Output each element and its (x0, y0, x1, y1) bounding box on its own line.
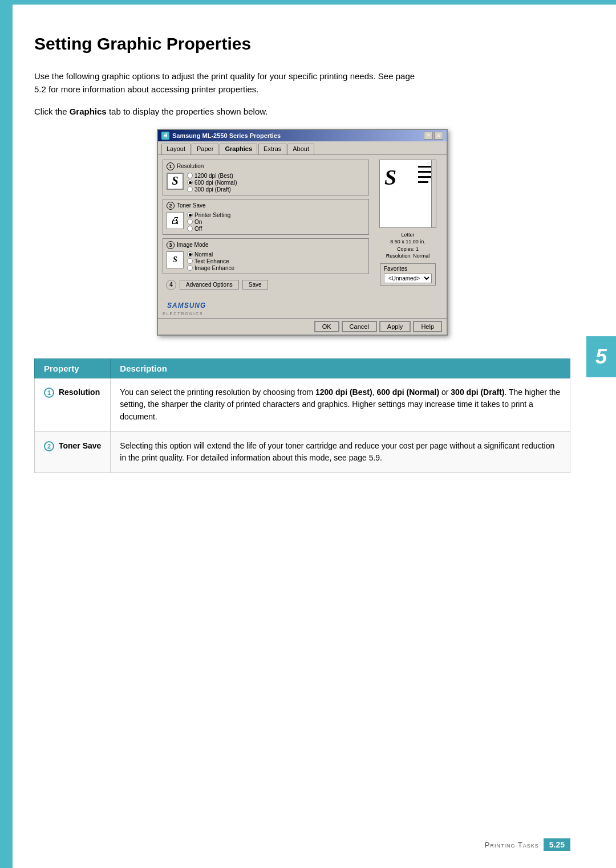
dialog-left-panel: 1 Resolution S 1200 dpi (Best) (163, 160, 369, 292)
intro-text: Use the following graphic options to adj… (34, 70, 422, 96)
page-footer: Printing Tasks 5.25 (485, 838, 570, 851)
page-container: 5 Setting Graphic Properties Use the fol… (0, 0, 616, 868)
favorites-title: Favorites (384, 266, 432, 272)
prop-num-2: 2 (44, 441, 54, 451)
preview-line-3 (418, 176, 432, 178)
preview-line-1 (418, 166, 432, 168)
property-table: Property Description 1 Resolution You ca… (34, 358, 570, 473)
chapter-tab: 5 (586, 336, 616, 377)
dialog-title: Samsung ML-2550 Series Properties (172, 132, 281, 139)
dialog-buttons: OK Cancel Apply Help (158, 318, 447, 335)
property-name-toner: 2 Toner Save (35, 431, 111, 472)
resolution-600-radio[interactable] (187, 180, 193, 185)
resolution-radio-group: 1200 dpi (Best) 600 dpi (Normal) 300 dpi… (187, 173, 237, 193)
resolution-1200[interactable]: 1200 dpi (Best) (187, 173, 237, 179)
tab-about[interactable]: About (287, 144, 314, 154)
table-row: 1 Resolution You can select the printing… (35, 378, 570, 431)
toner-radio-group: Printer Setting On Off (187, 212, 230, 232)
toner-on-radio[interactable] (187, 219, 193, 225)
preview-line-4 (418, 181, 428, 183)
toner-printer-setting[interactable]: Printer Setting (187, 212, 230, 218)
cancel-button[interactable]: Cancel (342, 321, 377, 332)
click-instruction: Click the Graphics tab to display the pr… (34, 107, 570, 116)
tab-layout[interactable]: Layout (161, 144, 191, 154)
resolution-300[interactable]: 300 dpi (Draft) (187, 186, 237, 193)
favorites-dropdown[interactable]: <Unnamed> (384, 274, 432, 283)
preview-info: Letter 8.50 x 11.00 in. Copies: 1 Resolu… (386, 231, 430, 260)
resolution-300-radio[interactable] (187, 186, 193, 192)
toner-printer-radio[interactable] (187, 212, 193, 218)
tab-extras[interactable]: Extras (258, 144, 286, 154)
top-bar (0, 0, 616, 5)
dialog-wrapper: 🖨 Samsung ML-2550 Series Properties ? × … (34, 129, 570, 336)
samsung-logo: SAMSUNG (163, 299, 210, 312)
advanced-options-button[interactable]: Advanced Options (180, 280, 239, 290)
main-content: Setting Graphic Properties Use the follo… (34, 0, 570, 473)
imagemode-normal[interactable]: Normal (187, 251, 234, 258)
preview-s-letter: S (384, 165, 396, 190)
col-description-header: Description (111, 358, 570, 378)
samsung-logo-area: SAMSUNG ELECTRONICS (158, 297, 447, 318)
left-accent (0, 0, 13, 868)
resolution-num: 1 (167, 162, 175, 170)
dialog-body: 1 Resolution S 1200 dpi (Best) (158, 155, 447, 297)
favorites-row: <Unnamed> (384, 274, 432, 283)
toner-off[interactable]: Off (187, 226, 230, 232)
prop-num-1: 1 (44, 388, 54, 398)
page-title: Setting Graphic Properties (34, 34, 570, 54)
resolution-1200-radio[interactable] (187, 173, 193, 178)
toner-save-section: 2 Toner Save 🖨 Printer Setting (163, 199, 369, 235)
dialog-titlebar: 🖨 Samsung ML-2550 Series Properties ? × (158, 130, 447, 141)
toner-on[interactable]: On (187, 219, 230, 225)
toner-icon: 🖨 (167, 212, 184, 229)
ok-button[interactable]: OK (314, 321, 339, 332)
dialog-right-panel: S Letter 8.50 x 11.00 in. (374, 160, 442, 292)
preview-scrollbar (431, 160, 436, 227)
preview-lines (418, 166, 432, 183)
imagemode-image-radio[interactable] (187, 265, 193, 271)
table-row: 2 Toner Save Selecting this option will … (35, 431, 570, 472)
imagemode-label: Image Mode (177, 242, 209, 248)
dialog-window: 🖨 Samsung ML-2550 Series Properties ? × … (157, 129, 448, 336)
advanced-options-row: 4 Advanced Options Save (163, 278, 369, 292)
toner-label: Toner Save (177, 202, 206, 209)
tab-paper[interactable]: Paper (192, 144, 218, 154)
resolution-s-icon: S (167, 173, 184, 190)
resolution-600[interactable]: 600 dpi (Normal) (187, 180, 237, 186)
resolution-label: Resolution (177, 163, 204, 169)
save-button[interactable]: Save (242, 280, 268, 290)
favorites-group: Favorites <Unnamed> (380, 263, 436, 286)
toner-num: 2 (167, 202, 175, 210)
close-titlebar-btn[interactable]: × (434, 132, 443, 140)
property-desc-resolution: You can select the printing resolution b… (111, 378, 570, 431)
printer-icon: 🖨 (161, 132, 169, 140)
imagemode-image[interactable]: Image Enhance (187, 265, 234, 271)
col-property-header: Property (35, 358, 111, 378)
imagemode-normal-radio[interactable] (187, 251, 193, 257)
adv-options-num: 4 (166, 280, 176, 290)
footer-label: Printing Tasks (485, 841, 539, 849)
property-desc-toner: Selecting this option will extend the li… (111, 431, 570, 472)
help-titlebar-btn[interactable]: ? (424, 132, 433, 140)
samsung-sub: ELECTRONICS (163, 312, 210, 316)
dialog-tabs: Layout Paper Graphics Extras About (158, 141, 447, 155)
property-name-resolution: 1 Resolution (35, 378, 111, 431)
preview-line-2 (418, 171, 432, 173)
imagemode-num: 3 (167, 241, 175, 249)
resolution-section: 1 Resolution S 1200 dpi (Best) (163, 160, 369, 195)
imagemode-radio-group: Normal Text Enhance Image Enhance (187, 251, 234, 271)
image-mode-section: 3 Image Mode S Normal (163, 238, 369, 274)
imagemode-text[interactable]: Text Enhance (187, 258, 234, 264)
preview-box: S (379, 160, 436, 228)
footer-page-ref: 5.25 (544, 838, 570, 851)
help-button[interactable]: Help (413, 321, 442, 332)
toner-off-radio[interactable] (187, 226, 193, 231)
imagemode-text-radio[interactable] (187, 258, 193, 264)
imagemode-icon: S (167, 251, 184, 268)
tab-graphics[interactable]: Graphics (220, 144, 257, 154)
apply-button[interactable]: Apply (379, 321, 411, 332)
